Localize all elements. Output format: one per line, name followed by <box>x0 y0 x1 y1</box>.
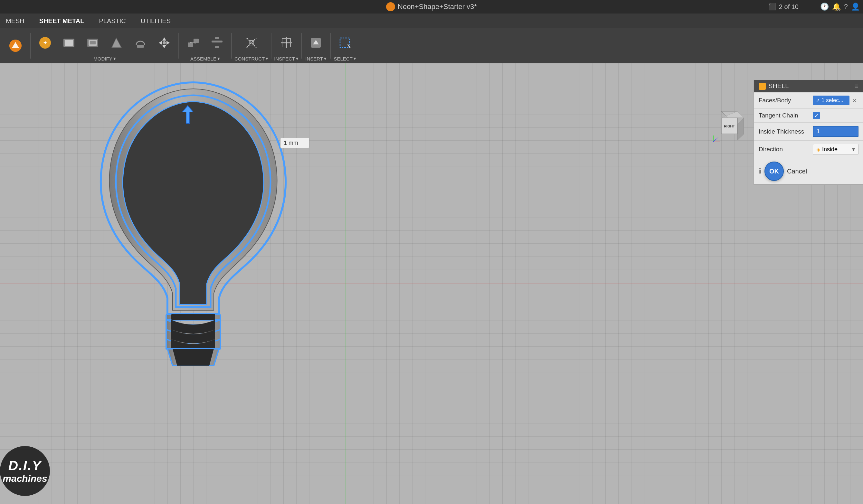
inside-thickness-row: Inside Thickness <box>754 122 863 141</box>
faces-body-label: Faces/Body <box>759 97 810 104</box>
inspect-label: INSPECT <box>274 56 295 62</box>
faces-body-row: Faces/Body ↗ 1 selec... × <box>754 92 863 109</box>
modify-icon-1: ✦ <box>38 36 52 50</box>
svg-rect-19 <box>215 37 219 39</box>
tangent-chain-row: Tangent Chain ✓ <box>754 109 863 122</box>
title-icon <box>386 2 395 11</box>
move-icon <box>158 36 171 50</box>
assemble-label-row[interactable]: ASSEMBLE ▾ <box>190 56 220 62</box>
construct-buttons-row <box>240 30 263 56</box>
faces-body-clear-button[interactable]: × <box>851 96 859 105</box>
tangent-chain-label: Tangent Chain <box>759 112 810 119</box>
dimension-menu-icon[interactable]: ⋮ <box>300 139 306 146</box>
svg-line-41 <box>713 137 718 142</box>
assemble-btn-2[interactable] <box>205 30 229 56</box>
shell-icon <box>759 83 766 90</box>
assemble-group: ASSEMBLE ▾ <box>182 30 229 62</box>
modify-icon-4 <box>110 36 123 50</box>
insert-label-row[interactable]: INSERT ▾ <box>305 56 326 62</box>
panel-buttons: ℹ OK Cancel <box>754 158 863 184</box>
svg-rect-18 <box>212 41 223 42</box>
svg-rect-8 <box>90 41 96 44</box>
separator-4 <box>271 33 272 59</box>
inspect-btn-1[interactable] <box>275 30 298 56</box>
titlebar: Neon+Shape+Starter v3* ⬛ 2 of 10 🕐 🔔 ? 👤… <box>0 0 863 14</box>
watermark-line2: machines <box>3 473 47 484</box>
inside-thickness-input[interactable] <box>813 126 859 137</box>
modify-btn-1[interactable]: ✦ <box>34 30 57 56</box>
user-icon: 👤 <box>851 3 860 11</box>
svg-marker-33 <box>182 106 193 124</box>
menu-item-mesh[interactable]: MESH <box>3 16 27 26</box>
modify-btn-2[interactable] <box>57 30 80 56</box>
direction-chevron-icon: ▾ <box>852 146 855 153</box>
viewport[interactable]: 1 mm ⋮ RIGHT D.I.Y machines <box>0 63 863 504</box>
insert-icon <box>309 36 323 50</box>
tangent-chain-value: ✓ <box>813 112 859 119</box>
direction-icon: ◈ <box>816 146 820 153</box>
modify-group: ✦ <box>34 30 176 62</box>
assemble-buttons-row <box>182 30 229 56</box>
construct-arrow: ▾ <box>266 56 268 62</box>
select-buttons-row <box>333 30 357 56</box>
insert-btn-1[interactable] <box>304 30 327 56</box>
svg-marker-12 <box>159 41 162 45</box>
svg-marker-13 <box>166 41 170 45</box>
modify-label-row[interactable]: MODIFY ▾ <box>93 56 116 62</box>
modify-icon-5 <box>134 36 147 50</box>
modify-icon-2 <box>62 36 76 50</box>
titlebar-right-icons: 🕐 🔔 ? 👤 × <box>820 3 860 11</box>
counter-icon: ⬛ <box>768 3 776 11</box>
menu-item-sheet-metal[interactable]: SHEET METAL <box>37 16 87 26</box>
construct-btn-1[interactable] <box>240 30 263 56</box>
direction-row: Direction ◈ Inside ▾ <box>754 141 863 158</box>
window-title: Neon+Shape+Starter v3* <box>398 3 477 11</box>
select-label-row[interactable]: SELECT ▾ <box>334 56 356 62</box>
menu-item-utilities[interactable]: UTILITIES <box>138 16 173 26</box>
assemble-btn-1[interactable] <box>182 30 205 56</box>
watermark: D.I.Y machines <box>0 446 51 497</box>
inspect-label-row[interactable]: INSPECT ▾ <box>274 56 299 62</box>
select-label: SELECT <box>334 56 353 62</box>
toolbar-app-icon <box>4 33 27 59</box>
modify-arrow: ▾ <box>113 56 116 62</box>
shell-panel-expand-icon[interactable]: ≡ <box>855 82 859 90</box>
svg-text:✦: ✦ <box>43 40 48 46</box>
close-icon[interactable]: × <box>836 5 840 14</box>
ok-button[interactable]: OK <box>764 161 784 181</box>
faces-body-select-button[interactable]: ↗ 1 selec... <box>813 95 850 105</box>
svg-rect-16 <box>193 39 199 43</box>
inspect-buttons-row <box>275 30 298 56</box>
tangent-chain-checkbox[interactable]: ✓ <box>813 112 820 119</box>
modify-btn-4[interactable] <box>105 30 128 56</box>
select-btn-1[interactable] <box>333 30 357 56</box>
separator-6 <box>330 33 331 59</box>
direction-dropdown[interactable]: ◈ Inside ▾ <box>813 144 859 155</box>
modify-btn-3[interactable] <box>81 30 104 56</box>
dimension-value: 1 mm <box>284 140 298 146</box>
separator-5 <box>301 33 302 59</box>
select-face-icon: ↗ <box>816 98 820 103</box>
toolbar: ✦ <box>0 28 863 63</box>
shell-panel-header: SHELL ≡ <box>754 80 863 92</box>
cancel-button[interactable]: Cancel <box>787 168 807 175</box>
construct-label-row[interactable]: CONSTRUCT ▾ <box>235 56 268 62</box>
faces-body-value-container: ↗ 1 selec... × <box>813 95 859 105</box>
info-button[interactable]: ℹ <box>759 167 761 176</box>
inside-thickness-label: Inside Thickness <box>759 128 810 135</box>
ok-label: OK <box>769 168 779 175</box>
direction-value-container: ◈ Inside ▾ <box>813 144 859 155</box>
modify-btn-5[interactable] <box>129 30 152 56</box>
separator-3 <box>231 33 232 59</box>
move-handle[interactable] <box>180 105 192 121</box>
axis-y <box>345 63 346 504</box>
app-icon <box>9 39 22 52</box>
shell-panel: SHELL ≡ Faces/Body ↗ 1 selec... × Tangen… <box>753 80 863 185</box>
menu-item-plastic[interactable]: PLASTIC <box>96 16 128 26</box>
svg-rect-29 <box>340 38 350 48</box>
modify-btn-move[interactable] <box>153 30 176 56</box>
orientation-cube[interactable]: RIGHT <box>712 108 747 144</box>
svg-rect-5 <box>65 40 73 46</box>
app-icon-button[interactable] <box>4 33 27 59</box>
svg-marker-35 <box>737 118 744 140</box>
